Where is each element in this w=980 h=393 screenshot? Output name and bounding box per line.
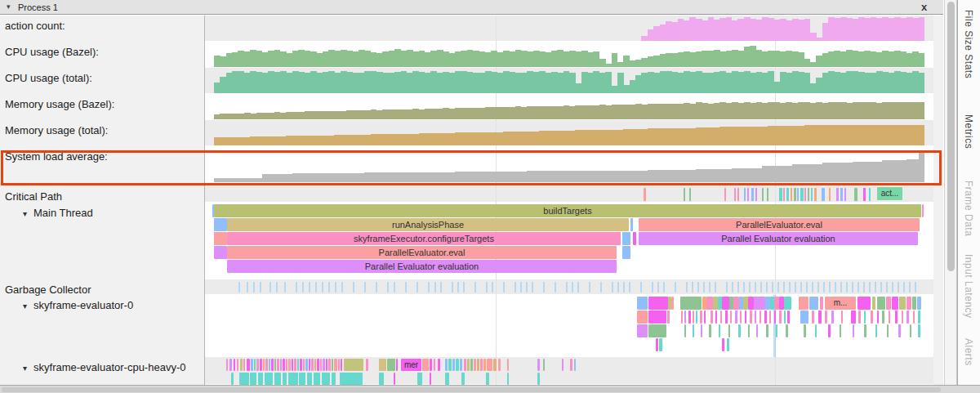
trace-span-unlabeled bbox=[799, 297, 808, 310]
gc-tick bbox=[652, 282, 653, 293]
trace-span-unlabeled bbox=[422, 359, 429, 371]
trace-span-unlabeled bbox=[688, 310, 691, 324]
critical-path-event[interactable]: act... bbox=[877, 187, 902, 200]
gc-tick bbox=[715, 282, 716, 293]
trace-span-unlabeled bbox=[784, 310, 786, 324]
trace-span-unlabeled bbox=[434, 359, 435, 371]
trace-span[interactable]: skyframeExecutor.configureTargets bbox=[227, 232, 621, 245]
gc-tick bbox=[657, 282, 659, 293]
gc-tick bbox=[577, 282, 579, 293]
trace-span-unlabeled bbox=[872, 297, 875, 310]
trace-span-unlabeled bbox=[693, 324, 694, 337]
tab-frame-data[interactable]: Frame Data bbox=[963, 181, 974, 236]
trace-span-unlabeled bbox=[474, 359, 476, 371]
trace-span-unlabeled bbox=[922, 204, 924, 217]
trace-span-unlabeled bbox=[774, 310, 776, 324]
trace-span[interactable]: Parallel Evaluator evaluation bbox=[227, 260, 617, 273]
trace-span-unlabeled bbox=[864, 310, 866, 324]
gc-tick bbox=[253, 282, 255, 293]
trace-span-unlabeled bbox=[659, 338, 662, 351]
trace-span[interactable]: mer bbox=[401, 359, 421, 371]
gc-tick bbox=[589, 282, 590, 293]
tab-input-latency[interactable]: Input Latency bbox=[963, 254, 974, 319]
trace-span[interactable]: runAnalysisPhase bbox=[227, 218, 629, 231]
trace-span-unlabeled bbox=[265, 373, 273, 385]
trace-span[interactable]: ParallelEvaluator.eval bbox=[639, 218, 920, 231]
trace-span-unlabeled bbox=[918, 310, 920, 324]
track-plot-action-count[interactable] bbox=[211, 16, 933, 42]
trace-span-unlabeled bbox=[912, 297, 916, 310]
track-plot-sysload[interactable] bbox=[211, 146, 933, 186]
trace-span[interactable]: Parallel Evaluator evaluation bbox=[639, 232, 918, 245]
gc-tick bbox=[328, 282, 330, 293]
trace-span-unlabeled bbox=[366, 359, 368, 371]
critical-path-tick bbox=[767, 188, 768, 201]
gc-tick bbox=[566, 282, 568, 293]
track-plot-main-thread[interactable]: buildTargetsrunAnalysisPhaseParallelEval… bbox=[211, 203, 933, 279]
trace-span-unlabeled bbox=[750, 310, 752, 324]
gc-tick bbox=[600, 282, 602, 293]
gc-tick bbox=[532, 282, 533, 293]
track-plot-cpu-total[interactable] bbox=[211, 68, 933, 94]
tab-alerts[interactable]: Alerts bbox=[963, 338, 974, 366]
gc-tick bbox=[772, 282, 773, 293]
track-plot-critical-path[interactable]: act... bbox=[211, 186, 933, 203]
trace-span-unlabeled bbox=[297, 359, 299, 371]
track-plot-mem-bazel[interactable] bbox=[211, 94, 933, 120]
critical-path-tick bbox=[808, 188, 809, 201]
gc-tick bbox=[387, 282, 389, 293]
gc-tick bbox=[766, 282, 768, 293]
trace-span[interactable]: ParallelEvaluator.eval bbox=[227, 246, 617, 259]
trace-viewer-window: ▾ Process 1 x action count:CPU usage (Ba… bbox=[0, 0, 980, 393]
trace-span-unlabeled bbox=[323, 359, 325, 371]
close-icon[interactable]: x bbox=[921, 1, 927, 13]
trace-span-unlabeled bbox=[231, 373, 234, 385]
track-label-action-count: action count: bbox=[5, 20, 65, 32]
track-label-mem-total: Memory usage (total): bbox=[5, 124, 108, 136]
track-plot-skyframe-evaluator-cpu-heavy-0[interactable]: mer bbox=[211, 357, 933, 385]
trace-span-unlabeled bbox=[292, 359, 293, 371]
trace-span-unlabeled bbox=[341, 359, 342, 371]
critical-path-tick bbox=[744, 188, 746, 201]
track-label-text: CPU usage (total): bbox=[5, 72, 92, 84]
gc-tick bbox=[341, 282, 343, 293]
process-collapse-icon[interactable]: ▾ bbox=[7, 2, 11, 11]
vertical-scrollbar-thumb[interactable] bbox=[947, 2, 955, 271]
trace-span-unlabeled bbox=[719, 324, 720, 337]
vertical-scrollbar[interactable] bbox=[944, 0, 957, 385]
trace-span-unlabeled bbox=[877, 297, 885, 310]
trace-span-unlabeled bbox=[305, 359, 308, 371]
trace-span[interactable]: buildTargets bbox=[214, 204, 921, 217]
track-plot-mem-total[interactable] bbox=[211, 120, 933, 146]
gc-tick bbox=[428, 282, 430, 293]
trace-span-unlabeled bbox=[396, 359, 398, 371]
trace-span-unlabeled bbox=[226, 359, 228, 371]
trace-span-unlabeled bbox=[910, 324, 911, 337]
trace-span-unlabeled bbox=[263, 359, 265, 371]
trace-span[interactable]: m... bbox=[825, 297, 856, 310]
counter-bar bbox=[919, 53, 925, 67]
trace-span-unlabeled bbox=[648, 310, 666, 324]
track-label-text: skyframe-evaluator-cpu-heavy-0 bbox=[33, 361, 185, 373]
critical-path-tick bbox=[751, 188, 754, 201]
track-plot-cpu-bazel[interactable] bbox=[211, 42, 933, 68]
gc-tick bbox=[692, 282, 693, 293]
collapse-arrow-icon[interactable]: ▾ bbox=[23, 209, 27, 218]
track-label-skyframe-evaluator-cpu-heavy-0: ▾skyframe-evaluator-cpu-heavy-0 bbox=[23, 361, 185, 373]
horizontal-scrollbar[interactable] bbox=[0, 385, 980, 393]
critical-path-tick bbox=[836, 188, 839, 201]
horizontal-scrollbar-thumb[interactable] bbox=[2, 387, 941, 392]
collapse-arrow-icon[interactable]: ▾ bbox=[23, 301, 27, 310]
collapse-arrow-icon[interactable]: ▾ bbox=[23, 364, 27, 373]
gc-tick bbox=[732, 282, 733, 293]
tab-metrics[interactable]: Metrics bbox=[963, 114, 974, 149]
trace-span-unlabeled bbox=[286, 359, 287, 371]
track-label-text: skyframe-evaluator-0 bbox=[33, 299, 133, 311]
critical-path-tick bbox=[800, 188, 804, 201]
track-label-critical-path: Critical Path bbox=[5, 190, 62, 203]
track-plot-garbage-collector[interactable] bbox=[211, 279, 933, 295]
track-plot-skyframe-evaluator-0[interactable]: m... bbox=[211, 295, 933, 357]
gc-tick bbox=[526, 282, 528, 293]
trace-span-unlabeled bbox=[430, 359, 432, 371]
tab-file-size-stats[interactable]: File Size Stats bbox=[963, 10, 974, 78]
